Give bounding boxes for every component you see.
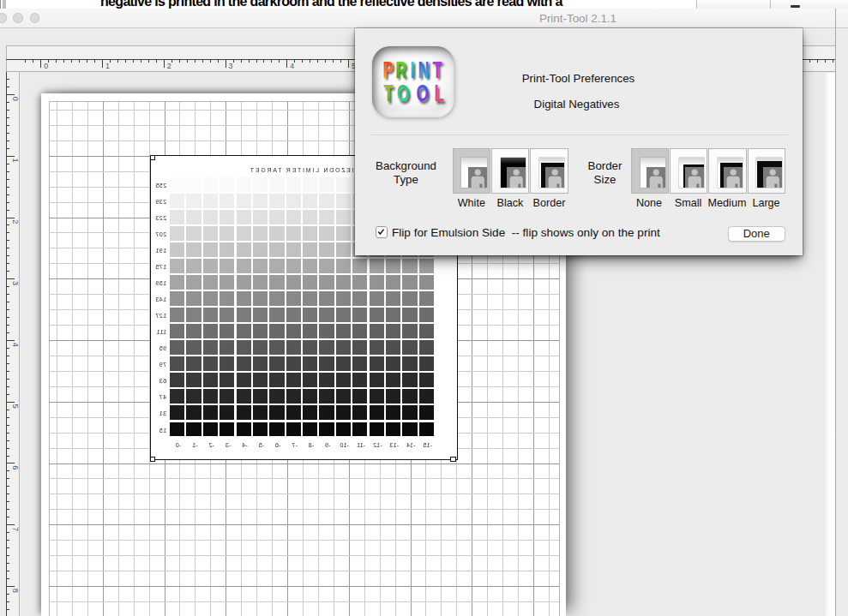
svg-text:2: 2 [12, 219, 21, 224]
svg-text:6: 6 [12, 465, 21, 469]
svg-text:1: 1 [105, 63, 110, 71]
svg-text:4: 4 [291, 63, 295, 71]
svg-text:2: 2 [167, 63, 171, 71]
svg-text:1: 1 [12, 158, 21, 162]
svg-text:0: 0 [45, 63, 49, 71]
svg-text:0: 0 [12, 97, 21, 101]
svg-text:3: 3 [12, 281, 21, 285]
svg-text:4: 4 [12, 343, 21, 347]
svg-text:8: 8 [12, 589, 21, 593]
svg-text:3: 3 [229, 63, 233, 71]
svg-text:7: 7 [12, 527, 21, 531]
svg-text:5: 5 [12, 404, 21, 408]
